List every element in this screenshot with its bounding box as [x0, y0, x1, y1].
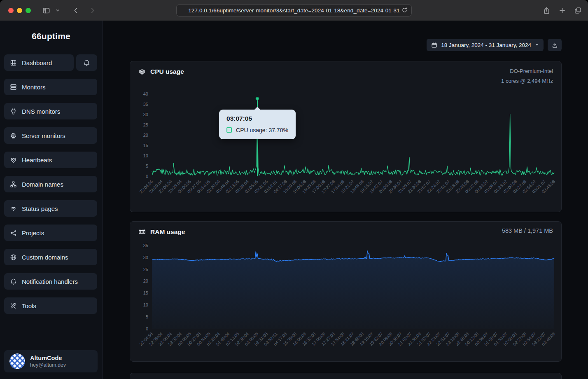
sidebar-item-server-monitors[interactable]: Server monitors	[4, 127, 97, 144]
next-card	[130, 373, 562, 379]
sidebar-item-label: DNS monitors	[22, 108, 60, 115]
cpu-cores-label: 1 cores @ 2,494 MHz	[501, 76, 553, 86]
svg-text:5: 5	[146, 314, 148, 319]
globe-icon	[10, 254, 17, 261]
sidebar-item-domain-names[interactable]: Domain names	[4, 176, 97, 192]
cpu-usage-card: CPU usage DO-Premium-Intel 1 cores @ 2,4…	[130, 61, 562, 212]
traffic-lights	[8, 8, 31, 13]
brand-logo: 66uptime	[0, 31, 102, 44]
sidebar-item-label: Server monitors	[22, 132, 65, 139]
forward-button[interactable]	[88, 6, 97, 15]
zoom-window-button[interactable]	[26, 8, 31, 13]
svg-text:5: 5	[146, 164, 148, 168]
sidebar-item-label: Custom domains	[22, 254, 68, 261]
svg-text:35: 35	[143, 102, 148, 107]
browser-window: 127.0.0.1/66uptime/server-monitor/3&star…	[0, 0, 588, 379]
server-icon	[10, 84, 17, 91]
tooltip-value: CPU usage: 37.70%	[236, 127, 288, 133]
sidebar-toggle-button[interactable]	[42, 6, 51, 15]
sidebar-item-label: Notification handlers	[22, 278, 78, 285]
sidebar-item-monitors[interactable]: Monitors	[4, 79, 97, 95]
cpu-model-label: DO-Premium-Intel	[501, 66, 553, 76]
svg-text:10: 10	[143, 153, 148, 158]
address-bar[interactable]: 127.0.0.1/66uptime/server-monitor/3&star…	[176, 4, 412, 16]
ram-usage-total: 583 MB / 1,971 MB	[502, 227, 553, 234]
svg-text:40: 40	[143, 91, 148, 96]
back-button[interactable]	[71, 6, 80, 15]
account-name: AltumCode	[30, 355, 66, 361]
plug-icon	[10, 108, 17, 115]
sidebar-item-heartbeats[interactable]: Heartbeats	[4, 152, 97, 168]
sidebar-item-dns-monitors[interactable]: DNS monitors	[4, 103, 97, 119]
svg-text:20: 20	[143, 133, 148, 138]
sidebar-chevron-button[interactable]	[53, 6, 62, 15]
svg-text:30: 30	[143, 112, 148, 117]
ram-icon	[138, 228, 146, 236]
sidebar-item-label: Projects	[22, 229, 44, 236]
sitemap-icon	[10, 181, 17, 188]
account-email: hey@altum.dev	[30, 362, 66, 368]
chip-icon	[10, 132, 17, 139]
sidebar-item-label: Tools	[22, 302, 36, 309]
sidebar-item-notification-handlers[interactable]: Notification handlers	[4, 273, 97, 290]
browser-toolbar: 127.0.0.1/66uptime/server-monitor/3&star…	[0, 0, 588, 21]
cpu-chart-title: CPU usage	[150, 68, 184, 75]
date-range-picker[interactable]: 18 January, 2024 - 31 January, 2024	[427, 39, 544, 51]
wifi-icon	[10, 205, 17, 212]
export-button[interactable]	[548, 39, 562, 51]
sidebar-item-label: Heartbeats	[22, 157, 52, 164]
reload-icon[interactable]	[400, 7, 408, 15]
avatar	[9, 353, 25, 369]
svg-text:30: 30	[143, 255, 148, 260]
share-icon[interactable]	[542, 6, 551, 15]
sidebar-item-status-pages[interactable]: Status pages	[4, 200, 97, 217]
tools-icon	[10, 302, 17, 309]
sidebar-item-label: Dashboard	[22, 59, 52, 66]
tab-overview-icon[interactable]	[573, 6, 582, 15]
sidebar: 66uptime DashboardMonitorsDNS monitorsSe…	[0, 21, 103, 379]
notifications-button[interactable]	[76, 54, 97, 71]
sidebar-item-dashboard[interactable]: Dashboard	[4, 54, 74, 71]
sidebar-item-projects[interactable]: Projects	[4, 225, 97, 241]
download-icon	[552, 42, 558, 48]
sidebar-nav: DashboardMonitorsDNS monitorsServer moni…	[0, 54, 102, 314]
ram-chart-title: RAM usage	[150, 228, 185, 236]
svg-text:20: 20	[143, 278, 148, 283]
series-swatch-icon	[226, 127, 232, 133]
chart-tooltip: 03:07:05 CPU usage: 37.70%	[219, 110, 296, 139]
sidebar-item-label: Status pages	[22, 205, 58, 212]
svg-text:35: 35	[143, 243, 148, 248]
ram-chart[interactable]: 0510152025303522:04:5622:39:0423:06:0423…	[130, 240, 562, 362]
nodes-icon	[10, 229, 17, 236]
ram-usage-card: RAM usage 583 MB / 1,971 MB 051015202530…	[130, 221, 562, 362]
svg-text:25: 25	[143, 267, 148, 272]
calendar-icon	[431, 42, 437, 48]
new-tab-icon[interactable]	[558, 6, 567, 15]
heart-icon	[10, 157, 17, 164]
bell-icon	[10, 278, 17, 285]
chevron-down-icon	[535, 43, 539, 47]
date-range-label: 18 January, 2024 - 31 January, 2024	[441, 42, 531, 48]
cpu-chip-icon	[138, 68, 146, 75]
url-text: 127.0.0.1/66uptime/server-monitor/3&star…	[188, 7, 400, 14]
svg-text:25: 25	[143, 122, 148, 127]
svg-text:0: 0	[146, 326, 148, 331]
svg-text:15: 15	[143, 290, 148, 295]
bell-icon	[83, 59, 90, 66]
cpu-chart[interactable]: 051015202530354022:04:5622:39:0423:06:04…	[130, 86, 562, 213]
sidebar-item-label: Monitors	[22, 84, 46, 91]
grid-icon	[10, 59, 17, 66]
close-window-button[interactable]	[8, 8, 14, 13]
account-card[interactable]: AltumCode hey@altum.dev	[4, 350, 98, 372]
main-content: 18 January, 2024 - 31 January, 2024	[103, 21, 588, 379]
sidebar-item-label: Domain names	[22, 181, 63, 188]
minimize-window-button[interactable]	[17, 8, 22, 13]
tooltip-time: 03:07:05	[226, 115, 288, 122]
sidebar-item-custom-domains[interactable]: Custom domains	[4, 249, 97, 265]
svg-text:10: 10	[143, 302, 148, 307]
sidebar-item-tools[interactable]: Tools	[4, 297, 97, 314]
svg-text:15: 15	[143, 143, 148, 148]
svg-text:0: 0	[146, 174, 148, 179]
